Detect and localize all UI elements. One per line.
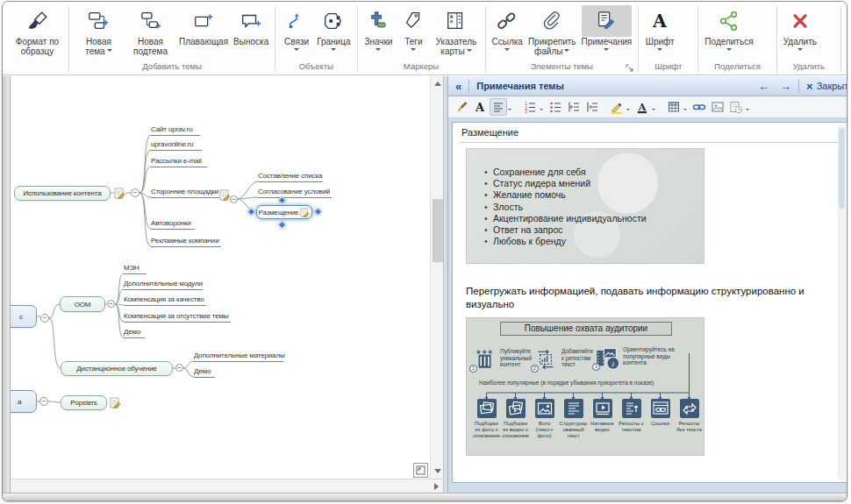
map-topic-node-clipped[interactable]: а [11,390,37,413]
chevron-down-icon[interactable] [652,109,655,112]
font-button[interactable]: A Шрифт [642,4,677,53]
notes-icon [582,5,633,37]
topic-notes-icon[interactable] [300,208,310,217]
topic-notes-icon[interactable] [110,397,121,408]
bullet-list-button[interactable] [547,98,564,116]
map-topic[interactable]: Рассылки e-mail [151,156,207,167]
callout-button[interactable]: Выноска [231,4,271,46]
collapse-toggle[interactable]: − [230,195,238,203]
boundary-button[interactable]: Граница [314,4,353,53]
map-topic-node-clipped[interactable]: с [11,305,37,328]
map-topic[interactable]: Сторонние площадки [151,187,219,198]
font-color-button[interactable]: A [633,98,651,116]
window-left-edge [3,76,10,493]
close-panel-label[interactable]: Закрыть [817,81,847,91]
share-group: Поделиться Поделиться [700,4,774,75]
map-topic[interactable]: upravonline.ru [151,139,202,151]
new-subtopic-button[interactable]: Новая подтема [125,4,176,56]
canvas-vertical-scrollbar[interactable] [430,76,444,479]
dialog-launcher-icon[interactable] [626,64,634,73]
scroll-right-button[interactable] [430,479,444,493]
canvas-horizontal-scrollbar[interactable] [11,479,444,493]
delete-button[interactable]: Удалить [781,4,819,53]
map-topic[interactable]: Дополнительные материалы [194,351,283,362]
step-number: 1 [469,365,477,373]
align-button[interactable] [490,98,507,116]
indent-button[interactable] [583,98,601,116]
outdent-button[interactable] [565,98,583,116]
structured-text-icon [564,399,583,418]
map-topic[interactable]: Составление списка [258,171,323,182]
selection-handle[interactable] [314,208,323,217]
note-image-infographic[interactable]: Повышение охвата аудитории ★★★ 1 Публику… [466,317,704,456]
note-scrollbar[interactable] [838,124,846,480]
group-label-share: Поделиться [702,61,772,75]
chevron-down-icon[interactable] [508,109,511,112]
map-index-button[interactable]: Указатель карты [431,4,481,56]
map-topic[interactable]: Демо [124,327,145,338]
mindmap-canvas[interactable]: Использование контента − Сайт uprav.ru u… [11,76,430,479]
selected-topic-node[interactable]: Размещение [256,205,312,219]
photo-icon [535,399,554,418]
map-topic-node[interactable]: Дистанционное обучение [61,361,173,376]
share-button[interactable]: Поделиться [702,4,755,53]
map-topic[interactable]: МЭН [124,263,147,274]
map-topic[interactable]: Автоворонки [151,218,195,230]
insert-table-button[interactable] [665,98,683,116]
close-panel-icon[interactable]: × [806,81,813,92]
selection-handle[interactable] [278,221,287,230]
map-topic[interactable]: Дополнительные модули [124,279,203,290]
icons-button[interactable]: Значки [361,4,396,53]
format-painter-button[interactable]: Формат по образцу [10,4,65,56]
new-topic-button[interactable]: Новая тема [73,4,125,56]
insert-link-button[interactable] [690,98,708,116]
collapse-toggle[interactable]: − [40,314,49,323]
note-image-bullets[interactable]: Сохранение для себя Статус лидера мнений… [466,148,704,264]
next-note-button[interactable]: → [780,81,791,92]
floating-topic-button[interactable]: Плавающая [176,4,231,46]
tags-button[interactable]: Теги [396,4,431,53]
minus-icon: − [133,188,138,196]
format-painter-small-button[interactable] [453,98,470,116]
map-topic-node[interactable]: ООМ [60,296,105,312]
chevron-down-icon [564,49,569,54]
note-editor[interactable]: Размещение Сохранение для себя Статус ли… [452,122,847,483]
chevron-down-icon[interactable] [540,109,543,112]
chevron-down-icon[interactable] [626,109,630,112]
chevron-down-icon [504,48,510,53]
map-topic[interactable]: Компенсация за отсутствие темы [124,311,231,323]
map-topic-node[interactable]: Использование контента [14,186,111,201]
highlight-button[interactable] [608,98,626,116]
collapse-toggle[interactable]: − [39,397,48,406]
chevron-down-icon[interactable] [746,109,749,112]
map-topic-node[interactable]: Popsters [61,395,107,410]
insert-image-button[interactable] [709,98,726,116]
link-button[interactable]: Ссылка [489,4,525,53]
map-topic[interactable]: Компенсация за качество [124,295,206,306]
selection-handle[interactable] [247,208,256,217]
relationships-button[interactable]: Связи [279,4,314,53]
timestamp-button[interactable] [727,98,745,116]
note-heading: Размещение [461,127,518,138]
collapse-toggle[interactable]: − [107,300,115,308]
map-topic[interactable]: Согласование условий [258,187,332,198]
numbered-list-button[interactable]: 123 [521,98,539,116]
map-topic[interactable]: Рекламные компании [151,236,221,247]
notes-button[interactable]: Примечания [579,4,635,53]
topic-notes-icon[interactable] [114,188,125,199]
attach-files-button[interactable]: Прикрепить файлы [526,4,579,56]
fit-map-button[interactable] [413,463,428,478]
window-bottom-edge [3,493,847,501]
collapse-toggle[interactable]: − [131,188,139,197]
previous-note-button[interactable]: ← [758,81,769,92]
objects-group: Связи Граница Объекты [277,4,354,75]
map-topic[interactable]: Сайт uprav.ru [151,124,200,136]
ranking-label: Подборки из видео с описанием [501,421,530,438]
map-topic[interactable]: Демо [194,366,215,378]
collapse-panel-button[interactable]: « [455,80,461,93]
font-small-button[interactable]: A [471,98,489,116]
note-scroll-thumb[interactable] [839,128,845,209]
collapse-toggle[interactable]: − [175,364,183,372]
chevron-down-icon[interactable] [683,109,687,112]
vertical-scroll-thumb[interactable] [433,199,443,262]
